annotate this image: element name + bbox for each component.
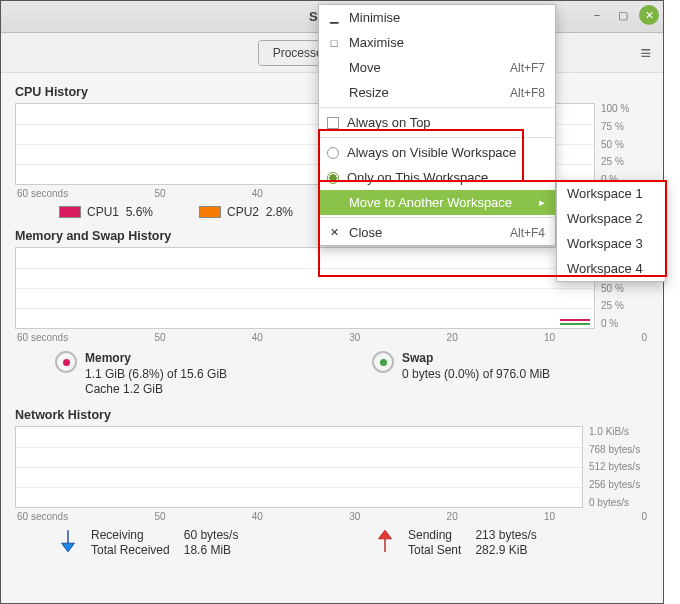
- mem-line: [560, 319, 590, 321]
- y-label: 512 bytes/s: [589, 461, 649, 472]
- ctx-close[interactable]: ✕CloseAlt+F4: [319, 220, 555, 245]
- separator: [319, 137, 555, 138]
- swap-stat: Swap 0 bytes (0.0%) of 976.0 MiB: [332, 351, 649, 398]
- x-label: 20: [447, 332, 458, 343]
- maximise-icon: □: [327, 36, 341, 50]
- swap-line: [560, 323, 590, 325]
- download-arrow-icon: [55, 528, 81, 554]
- submenu-workspace-3[interactable]: Workspace 3: [557, 231, 665, 256]
- swap-usage: 0 bytes (0.0%) of 976.0 MiB: [402, 367, 550, 383]
- cpu-y-axis: 100 % 75 % 50 % 25 % 0 %: [595, 103, 649, 185]
- recv-label: Receiving: [91, 528, 170, 542]
- x-label: 60 seconds: [17, 332, 68, 343]
- send-total-label: Total Sent: [408, 543, 461, 557]
- ctx-label: Move to Another Workspace: [349, 195, 512, 210]
- color-swatch: [59, 206, 81, 218]
- net-y-axis: 1.0 KiB/s 768 bytes/s 512 bytes/s 256 by…: [583, 426, 649, 508]
- memory-title: Memory: [85, 351, 227, 367]
- ctx-label: Workspace 2: [567, 211, 643, 226]
- gauge-dot: [380, 359, 387, 366]
- ctx-move-to-another-workspace[interactable]: Move to Another Workspace▸: [319, 190, 555, 215]
- ctx-maximise[interactable]: □Maximise: [319, 30, 555, 55]
- chevron-right-icon: ▸: [539, 196, 545, 209]
- y-label: 0 bytes/s: [589, 497, 649, 508]
- x-label: 40: [252, 188, 263, 199]
- radio-selected-icon: [327, 172, 339, 184]
- y-label: 50 %: [601, 283, 649, 294]
- shortcut: Alt+F7: [510, 61, 545, 75]
- swap-gauge-icon: [372, 351, 394, 373]
- color-swatch: [199, 206, 221, 218]
- mem-x-axis: 60 seconds50403020100: [17, 332, 647, 343]
- submenu-workspace-1[interactable]: Workspace 1: [557, 181, 665, 206]
- ctx-label: Move: [349, 60, 381, 75]
- submenu-workspace-2[interactable]: Workspace 2: [557, 206, 665, 231]
- ctx-move[interactable]: MoveAlt+F7: [319, 55, 555, 80]
- ctx-label: Workspace 4: [567, 261, 643, 276]
- memory-gauge-icon: [55, 351, 77, 373]
- memory-stat: Memory 1.1 GiB (6.8%) of 15.6 GiB Cache …: [15, 351, 332, 398]
- gauge-dot: [63, 359, 70, 366]
- ctx-label: Resize: [349, 85, 389, 100]
- y-label: 75 %: [601, 121, 649, 132]
- separator: [319, 217, 555, 218]
- net-x-axis: 60 seconds50403020100: [17, 511, 647, 522]
- hamburger-menu-icon[interactable]: ≡: [640, 43, 651, 64]
- close-button[interactable]: ✕: [639, 5, 659, 25]
- send-total: 282.9 KiB: [475, 543, 536, 557]
- recv-rate: 60 bytes/s: [184, 528, 239, 542]
- ctx-label: Always on Visible Workspace: [347, 145, 516, 160]
- x-label: 40: [252, 511, 263, 522]
- ctx-always-on-top[interactable]: Always on Top: [319, 110, 555, 135]
- y-label: 25 %: [601, 300, 649, 311]
- ctx-label: Maximise: [349, 35, 404, 50]
- spacer: [327, 196, 341, 210]
- radio-icon: [327, 147, 339, 159]
- window-context-menu: ▁Minimise □Maximise MoveAlt+F7 ResizeAlt…: [318, 4, 556, 246]
- x-label: 50: [154, 511, 165, 522]
- ctx-always-on-visible-workspace[interactable]: Always on Visible Workspace: [319, 140, 555, 165]
- x-label: 40: [252, 332, 263, 343]
- net-chart: [15, 426, 583, 508]
- x-label: 0: [641, 511, 647, 522]
- x-label: 30: [349, 511, 360, 522]
- spacer: [327, 86, 341, 100]
- x-label: 20: [447, 511, 458, 522]
- y-label: 0 %: [601, 318, 649, 329]
- receiving-stat: Receiving60 bytes/s Total Received18.6 M…: [15, 528, 332, 557]
- close-icon: ✕: [327, 226, 341, 240]
- x-label: 30: [349, 332, 360, 343]
- y-label: 50 %: [601, 139, 649, 150]
- send-label: Sending: [408, 528, 461, 542]
- y-label: 768 bytes/s: [589, 444, 649, 455]
- memory-usage: 1.1 GiB (6.8%) of 15.6 GiB: [85, 367, 227, 383]
- upload-arrow-icon: [372, 528, 398, 554]
- net-section-title: Network History: [15, 408, 649, 422]
- swap-title: Swap: [402, 351, 550, 367]
- shortcut: Alt+F4: [510, 226, 545, 240]
- workspace-submenu: Workspace 1 Workspace 2 Workspace 3 Work…: [556, 180, 666, 282]
- ctx-label: Workspace 1: [567, 186, 643, 201]
- spacer: [327, 61, 341, 75]
- send-rate: 213 bytes/s: [475, 528, 536, 542]
- y-label: 100 %: [601, 103, 649, 114]
- maximize-button[interactable]: ▢: [613, 5, 633, 25]
- submenu-workspace-4[interactable]: Workspace 4: [557, 256, 665, 281]
- x-label: 0: [641, 332, 647, 343]
- shortcut: Alt+F8: [510, 86, 545, 100]
- minimize-button[interactable]: −: [587, 5, 607, 25]
- ctx-label: Minimise: [349, 10, 400, 25]
- x-label: 10: [544, 511, 555, 522]
- ctx-label: Always on Top: [347, 115, 431, 130]
- legend-value: 2.8%: [266, 205, 293, 219]
- ctx-resize[interactable]: ResizeAlt+F8: [319, 80, 555, 105]
- x-label: 60 seconds: [17, 188, 68, 199]
- ctx-only-on-this-workspace[interactable]: Only on This Workspace: [319, 165, 555, 190]
- x-label: 10: [544, 332, 555, 343]
- x-label: 50: [154, 188, 165, 199]
- y-label: 1.0 KiB/s: [589, 426, 649, 437]
- y-label: 256 bytes/s: [589, 479, 649, 490]
- ctx-minimise[interactable]: ▁Minimise: [319, 5, 555, 30]
- legend-item-cpu1: CPU1 5.6%: [59, 205, 199, 219]
- x-label: 50: [154, 332, 165, 343]
